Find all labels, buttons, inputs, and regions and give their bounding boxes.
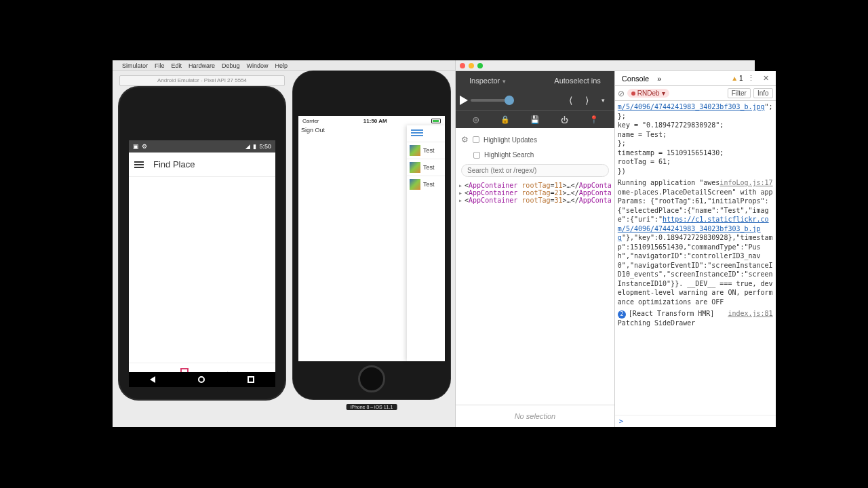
android-navbar (129, 372, 275, 387)
warning-icon: ▲ (731, 75, 738, 82)
minimize-icon[interactable] (469, 63, 474, 68)
notif-icon: ▣ (133, 143, 139, 150)
ios-statusbar: Carrier 11:50 AM (298, 116, 445, 125)
iphone-simulator: Carrier 11:50 AM Sign Out Test Test Test… (293, 71, 450, 399)
carrier-label: Carrier (302, 118, 319, 124)
tab-autoselect[interactable]: Autoselect ins (547, 77, 607, 85)
hamburger-icon[interactable] (411, 129, 423, 136)
repeat-badge: 2 (618, 310, 626, 319)
warning-count[interactable]: ▲1 (731, 75, 743, 82)
side-drawer[interactable]: Test Test Test (407, 125, 445, 361)
hamburger-icon[interactable] (134, 161, 144, 168)
android-time: 5:50 (259, 143, 271, 150)
console-tabs: Console » ▲1 ⋮ ✕ (615, 71, 776, 86)
app-name[interactable]: Simulator (122, 62, 148, 69)
source-link[interactable]: infoLog.js:17 (719, 178, 772, 188)
nav-home-icon[interactable] (198, 376, 205, 383)
signal-icon: ◢ (245, 143, 250, 150)
app-title: Find Place (153, 159, 195, 169)
chevron-down-icon[interactable]: ▾ (597, 94, 610, 107)
android-emulator: ▣⚙ ◢▮5:50 Find Place Find Place (119, 87, 285, 399)
zoom-icon[interactable] (477, 63, 483, 68)
filter-button[interactable]: Filter (728, 88, 751, 98)
thumbnail-icon (410, 179, 420, 190)
tab-console[interactable]: Console (618, 75, 653, 83)
option-label: Highlight Updates (484, 136, 537, 144)
tab-inspector[interactable]: Inspector▾ (462, 77, 513, 85)
close-icon[interactable] (460, 63, 465, 68)
ios-time: 11:50 AM (363, 118, 387, 124)
tree-node[interactable]: <AppContainer rootTag=11>…</AppConta (458, 182, 612, 189)
inspector-tabs: Inspector▾ Autoselect ins (456, 71, 614, 90)
tree-node[interactable]: <AppContainer rootTag=21>…</AppConta (458, 189, 612, 197)
thumbnail-icon (410, 145, 420, 156)
list-item-label: Test (423, 147, 435, 154)
search-input[interactable] (461, 164, 609, 177)
source-link[interactable]: index.js:81 (728, 309, 772, 319)
battery-icon: ▮ (253, 143, 256, 150)
tree-node[interactable]: <AppContainer rootTag=31>…</AppConta (458, 197, 612, 204)
menu-edit[interactable]: Edit (172, 62, 182, 69)
option-label: Highlight Search (484, 151, 534, 159)
prev-button[interactable]: ⟨ (564, 94, 578, 107)
home-button[interactable] (358, 365, 385, 392)
checkbox[interactable] (473, 136, 479, 143)
inspector-pane: Inspector▾ Autoselect ins ⟨ ⟩ ▾ ◎ 🔒 💾 (456, 71, 615, 427)
play-icon[interactable] (460, 96, 468, 105)
menu-hardware[interactable]: Hardware (189, 62, 215, 69)
android-emulator-title: Android Emulator - Pixel API 27 5554 (119, 75, 285, 86)
speed-slider[interactable] (471, 99, 514, 102)
highlight-updates-row[interactable]: ⚙ Highlight Updates (456, 128, 614, 148)
lock-icon[interactable]: 🔒 (500, 115, 511, 125)
target-icon[interactable]: ◎ (471, 115, 481, 125)
notif-icon: ⚙ (142, 143, 147, 150)
playback-controls: ⟨ ⟩ ▾ (456, 90, 614, 110)
clear-icon[interactable]: ⊘ (618, 89, 625, 98)
iphone-screen: Carrier 11:50 AM Sign Out Test Test Test (298, 116, 445, 361)
android-statusbar: ▣⚙ ◢▮5:50 (129, 140, 275, 152)
console-filter-bar: ⊘ RNDeb▾ Filter Info (615, 86, 776, 101)
no-selection-label: No selection (456, 405, 614, 427)
search-row (456, 162, 614, 179)
list-item[interactable]: Test (407, 142, 445, 159)
console-prompt[interactable]: > (615, 415, 776, 427)
level-button[interactable]: Info (753, 88, 773, 98)
android-screen: ▣⚙ ◢▮5:50 Find Place Find Place (129, 140, 275, 387)
menu-window[interactable]: Window (247, 62, 269, 69)
power-icon[interactable]: ⏻ (559, 115, 570, 125)
pin-icon[interactable]: 📍 (589, 115, 599, 125)
iphone-caption: iPhone 8 – iOS 11.1 (347, 404, 397, 410)
list-item-label: Test (423, 164, 435, 171)
chevron-down-icon[interactable]: ▾ (502, 78, 506, 85)
list-item[interactable]: Test (407, 176, 445, 192)
android-body[interactable] (129, 177, 275, 363)
menu-file[interactable]: File (155, 62, 165, 69)
inspector-toolbar: ◎ 🔒 💾 ⏻ 📍 (456, 110, 614, 128)
close-icon[interactable]: ✕ (759, 74, 773, 83)
android-appbar: Find Place (129, 152, 275, 177)
console-url[interactable]: m/5/4096/4744241983_34023bf303_b.jpg (618, 103, 765, 110)
highlight-search-row[interactable]: Highlight Search (456, 148, 614, 162)
next-button[interactable]: ⟩ (580, 94, 594, 107)
checkbox[interactable] (473, 152, 480, 159)
window-titlebar (456, 60, 755, 71)
menu-debug[interactable]: Debug (222, 62, 240, 69)
nav-recents-icon[interactable] (248, 376, 254, 383)
list-item[interactable]: Test (407, 159, 445, 176)
debugger-window: Inspector▾ Autoselect ins ⟨ ⟩ ▾ ◎ 🔒 💾 (455, 60, 755, 427)
console-output[interactable]: m/5/4096/4744241983_34023bf303_b.jpg"; }… (615, 101, 776, 415)
menu-help[interactable]: Help (275, 62, 288, 69)
save-icon[interactable]: 💾 (530, 115, 540, 125)
thumbnail-icon (410, 162, 420, 173)
nav-back-icon[interactable] (150, 376, 155, 383)
list-item-label: Test (423, 181, 435, 188)
context-selector[interactable]: RNDeb▾ (627, 89, 669, 98)
console-pane: Console » ▲1 ⋮ ✕ ⊘ RNDeb▾ Filter Info m/… (615, 71, 776, 427)
tabs-overflow[interactable]: » (653, 75, 665, 83)
battery-icon (431, 119, 441, 123)
gear-icon[interactable]: ⚙ (461, 135, 469, 144)
component-tree[interactable]: <AppContainer rootTag=11>…</AppConta <Ap… (456, 179, 614, 207)
desktop-canvas: Simulator File Edit Hardware Debug Windo… (113, 60, 755, 427)
kebab-icon[interactable]: ⋮ (743, 74, 759, 83)
